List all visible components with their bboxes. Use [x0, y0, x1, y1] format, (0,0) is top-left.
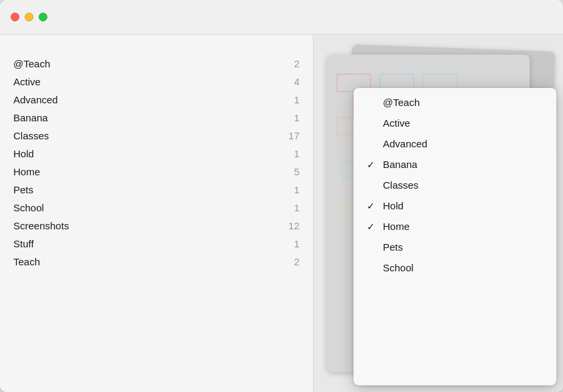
traffic-lights: [11, 13, 47, 21]
category-name: @Teach: [13, 58, 50, 69]
category-name: Banana: [13, 112, 48, 123]
category-name: Hold: [13, 148, 34, 159]
category-count: 1: [294, 184, 300, 195]
close-button[interactable]: [11, 13, 19, 21]
sidebar-category-item[interactable]: Screenshots12: [0, 217, 313, 235]
menu-item-label: Hold: [383, 200, 404, 211]
sidebar-category-item[interactable]: Teach2: [0, 253, 313, 271]
sidebar-category-item[interactable]: Stuff1: [0, 235, 313, 253]
dropdown-menu-item[interactable]: Banana: [354, 154, 556, 175]
category-count: 1: [294, 238, 300, 249]
checkmark-icon: [367, 221, 380, 232]
dropdown-menu-item[interactable]: Pets: [354, 237, 556, 257]
sidebar-category-item[interactable]: Banana1: [0, 109, 313, 127]
dropdown-menu-item[interactable]: Classes: [354, 175, 556, 195]
main-content: @Teach2Active4Advanced1Banana1Classes17H…: [0, 35, 563, 392]
sidebar-category-item[interactable]: Advanced1: [0, 91, 313, 109]
category-name: Advanced: [13, 94, 58, 105]
dropdown-menu-item[interactable]: Advanced: [354, 133, 556, 154]
sidebar-section-title: [0, 48, 313, 55]
checkmark-icon: [367, 159, 380, 170]
sidebar-category-item[interactable]: School1: [0, 199, 313, 217]
category-name: School: [13, 202, 44, 213]
category-count: 1: [294, 112, 300, 123]
category-name: Home: [13, 166, 40, 177]
menu-item-label: @Teach: [383, 97, 420, 108]
category-count: 17: [288, 130, 300, 141]
category-count: 12: [288, 220, 300, 231]
category-count: 1: [294, 202, 300, 213]
menu-item-label: Classes: [383, 179, 418, 191]
sidebar-category-item[interactable]: Home5: [0, 163, 313, 181]
category-count: 1: [294, 148, 300, 159]
minimize-button[interactable]: [25, 13, 33, 21]
sidebar-category-item[interactable]: Active4: [0, 73, 313, 91]
dropdown-menu-item[interactable]: @Teach: [354, 92, 556, 113]
sidebar-category-item[interactable]: Classes17: [0, 127, 313, 145]
main-area: @TeachActiveAdvancedBananaClassesHoldHom…: [314, 35, 563, 392]
menu-item-label: Advanced: [383, 138, 428, 149]
menu-item-label: Pets: [383, 241, 403, 253]
category-name: Pets: [13, 184, 33, 195]
category-count: 4: [294, 76, 300, 87]
category-count: 2: [294, 58, 300, 69]
app-window: @Teach2Active4Advanced1Banana1Classes17H…: [0, 0, 563, 392]
category-name: Screenshots: [13, 220, 69, 231]
dropdown-menu-item[interactable]: Active: [354, 113, 556, 133]
checkmark-icon: [367, 201, 380, 211]
category-name: Stuff: [13, 238, 34, 249]
menu-item-label: School: [383, 262, 414, 273]
dropdown-item-list: @TeachActiveAdvancedBananaClassesHoldHom…: [354, 92, 556, 278]
menu-item-label: Home: [383, 221, 410, 232]
maximize-button[interactable]: [39, 13, 47, 21]
dropdown-menu-item[interactable]: Home: [354, 216, 556, 237]
menu-item-label: Active: [383, 117, 410, 129]
dropdown-menu-item[interactable]: School: [354, 257, 556, 278]
dropdown-menu-item[interactable]: Hold: [354, 195, 556, 216]
sidebar-category-item[interactable]: Hold1: [0, 145, 313, 163]
menu-item-label: Banana: [383, 159, 418, 170]
titlebar: [0, 0, 563, 35]
category-list: @Teach2Active4Advanced1Banana1Classes17H…: [0, 55, 313, 271]
category-name: Teach: [13, 256, 40, 267]
category-count: 5: [294, 166, 300, 177]
category-name: Classes: [13, 130, 49, 141]
category-count: 2: [294, 256, 300, 267]
sidebar: @Teach2Active4Advanced1Banana1Classes17H…: [0, 35, 314, 392]
category-count: 1: [294, 94, 300, 105]
sidebar-category-item[interactable]: Pets1: [0, 181, 313, 199]
category-name: Active: [13, 76, 41, 87]
dropdown-menu: @TeachActiveAdvancedBananaClassesHoldHom…: [354, 88, 556, 385]
sidebar-category-item[interactable]: @Teach2: [0, 55, 313, 73]
